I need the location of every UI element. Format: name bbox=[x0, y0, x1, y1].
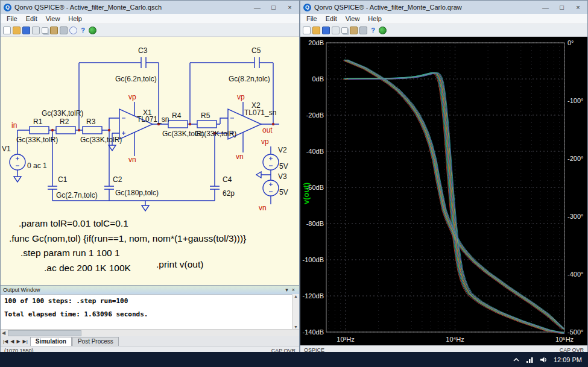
run-icon[interactable] bbox=[89, 27, 96, 34]
schematic-label: 0 ac 1 bbox=[27, 162, 47, 170]
copy-icon[interactable] bbox=[341, 27, 348, 34]
volume-icon[interactable] bbox=[540, 356, 548, 363]
cut-icon[interactable] bbox=[332, 27, 340, 34]
left-titlebar[interactable]: Q Qorvo QSPICE® - Active_filter_Monte_Ca… bbox=[1, 1, 299, 14]
schematic-labels: C3Gc(6.2n,tolc)C5Gc(8.2n,tolc)inR1R2R3R4… bbox=[2, 46, 288, 273]
output-window: Output Window ▾ × 100 of 100 steps: .ste… bbox=[1, 285, 299, 336]
schematic-label: vp bbox=[261, 137, 269, 146]
open-folder-icon[interactable] bbox=[13, 27, 21, 34]
schematic-editor[interactable]: C3Gc(6.2n,tolc)C5Gc(8.2n,tolc)inR1R2R3R4… bbox=[1, 37, 299, 285]
schematic-label: .ac dec 200 1K 100K bbox=[44, 263, 131, 273]
menu-help[interactable]: Help bbox=[64, 15, 86, 22]
schematic-window: Q Qorvo QSPICE® - Active_filter_Monte_Ca… bbox=[0, 0, 300, 352]
scroll-up-icon[interactable]: ▲ bbox=[294, 294, 298, 298]
output-vertical-scrollbar[interactable]: ▲ ▼ bbox=[292, 294, 299, 329]
menu-help[interactable]: Help bbox=[364, 15, 386, 22]
output-window-header[interactable]: Output Window ▾ × bbox=[1, 286, 299, 295]
scrollbar-thumb[interactable] bbox=[8, 330, 81, 336]
axis-tick-label: 10³Hz bbox=[337, 336, 354, 343]
close-button[interactable]: × bbox=[570, 1, 586, 13]
schematic-label: Gc(6.2n,tolc) bbox=[115, 75, 157, 83]
menu-edit[interactable]: Edit bbox=[22, 15, 42, 22]
schematic-label: C5 bbox=[251, 46, 261, 55]
maximize-button[interactable]: □ bbox=[554, 1, 570, 13]
schematic-label: C4 bbox=[223, 175, 232, 184]
schematic-label: C3 bbox=[138, 46, 148, 55]
web-icon[interactable] bbox=[379, 27, 387, 34]
tab-post-process[interactable]: Post Process bbox=[72, 337, 119, 346]
output-horizontal-scrollbar[interactable]: ◀ bbox=[1, 329, 299, 336]
save-icon[interactable] bbox=[22, 27, 30, 34]
schematic-label: Gc(180p,tolc) bbox=[115, 189, 159, 197]
tab-last-button[interactable]: ▶| bbox=[23, 339, 28, 344]
waveform-plot[interactable]: 20dB0dB-20dB-40dB-60dB-80dB-100dB-120dB-… bbox=[300, 37, 587, 345]
right-titlebar[interactable]: Q Qorvo QSPICE® - Active_filter_Monte_Ca… bbox=[300, 1, 587, 14]
menu-file[interactable]: File bbox=[2, 15, 22, 22]
schematic-label: 5V bbox=[279, 162, 288, 171]
new-file-icon[interactable] bbox=[303, 27, 311, 34]
schematic-label: vn bbox=[128, 155, 136, 164]
schematic-label: vn bbox=[236, 152, 244, 161]
schematic-label: Gc(8.2n,tolc) bbox=[229, 75, 270, 83]
output-log[interactable]: 100 of 100 steps: .step run=100 Total el… bbox=[1, 295, 299, 330]
tab-next-button[interactable]: ▶ bbox=[16, 339, 20, 344]
axis-tick-label: -40dB bbox=[306, 148, 324, 155]
tab-simulation[interactable]: Simulation bbox=[30, 337, 72, 346]
schematic-label: Gc(33K,tolR) bbox=[195, 130, 236, 138]
mc-trace bbox=[348, 72, 564, 333]
axis-tick-label: 10⁴Hz bbox=[446, 336, 464, 343]
cut-icon[interactable] bbox=[32, 27, 40, 34]
menu-view[interactable]: View bbox=[42, 15, 65, 22]
window-title: Qorvo QSPICE® - Active_filter_Monte_Carl… bbox=[14, 4, 249, 11]
output-close-icon[interactable]: × bbox=[290, 287, 297, 293]
menu-file[interactable]: File bbox=[302, 15, 321, 22]
minimize-button[interactable]: — bbox=[249, 1, 265, 13]
paste-icon[interactable] bbox=[50, 27, 58, 34]
print-icon[interactable] bbox=[60, 27, 68, 34]
app-icon: Q bbox=[4, 4, 11, 11]
schematic-label: vn bbox=[259, 204, 267, 212]
new-file-icon[interactable] bbox=[3, 27, 11, 34]
menu-view[interactable]: View bbox=[341, 15, 364, 22]
schematic-canvas[interactable]: C3Gc(6.2n,tolc)C5Gc(8.2n,tolc)inR1R2R3R4… bbox=[1, 37, 299, 285]
maximize-button[interactable]: □ bbox=[265, 1, 282, 13]
close-button[interactable]: × bbox=[282, 1, 298, 13]
mc-trace bbox=[347, 60, 564, 328]
taskbar: 12:09 PM bbox=[0, 352, 588, 367]
open-folder-icon[interactable] bbox=[312, 27, 320, 34]
menu-edit[interactable]: Edit bbox=[321, 15, 341, 22]
mc-trace bbox=[347, 73, 564, 333]
log-line: Total elapsed time: 1.63096 seconds. bbox=[4, 310, 296, 318]
axis-tick-label: 0dB bbox=[312, 75, 324, 83]
schematic-label: R5 bbox=[201, 111, 210, 120]
tray-chevron-icon[interactable] bbox=[513, 356, 520, 363]
clock-time[interactable]: 12:09 PM bbox=[554, 356, 582, 363]
save-icon[interactable] bbox=[322, 27, 330, 34]
mc-trace bbox=[348, 74, 565, 334]
help-icon[interactable]: ? bbox=[369, 27, 377, 34]
minimize-button[interactable]: — bbox=[537, 1, 554, 13]
axis-tick-label: -120dB bbox=[303, 292, 324, 300]
scroll-left-icon[interactable]: ◀ bbox=[2, 330, 5, 336]
zoom-icon[interactable] bbox=[69, 27, 77, 34]
help-icon[interactable]: ? bbox=[79, 27, 87, 34]
schematic-label: R3 bbox=[86, 118, 96, 126]
plot-canvas[interactable]: 20dB0dB-20dB-40dB-60dB-80dB-100dB-120dB-… bbox=[300, 37, 588, 345]
copy-icon[interactable] bbox=[42, 27, 48, 34]
tab-first-button[interactable]: |◀ bbox=[3, 339, 8, 344]
waveform-window: Q Qorvo QSPICE® - Active_filter_Monte_Ca… bbox=[300, 0, 588, 352]
schematic-label: R4 bbox=[172, 111, 182, 120]
scroll-down-icon[interactable]: ▼ bbox=[294, 325, 298, 329]
schematic-label: 5V bbox=[279, 188, 288, 196]
bottom-tabbar: |◀ ◀ ▶ ▶| Simulation Post Process bbox=[1, 336, 299, 346]
print-icon[interactable] bbox=[359, 27, 367, 34]
axis-tick-label: 20dB bbox=[308, 39, 324, 46]
axis-tick-label: -140dB bbox=[303, 328, 324, 336]
tab-prev-button[interactable]: ◀ bbox=[10, 339, 14, 344]
network-icon[interactable] bbox=[526, 356, 534, 363]
paste-icon[interactable] bbox=[350, 27, 358, 34]
left-toolbar: ? bbox=[1, 24, 299, 37]
axis-tick-label: -300° bbox=[567, 213, 583, 220]
schematic-label: vp bbox=[128, 93, 136, 101]
output-collapse-icon[interactable]: ▾ bbox=[283, 287, 290, 293]
